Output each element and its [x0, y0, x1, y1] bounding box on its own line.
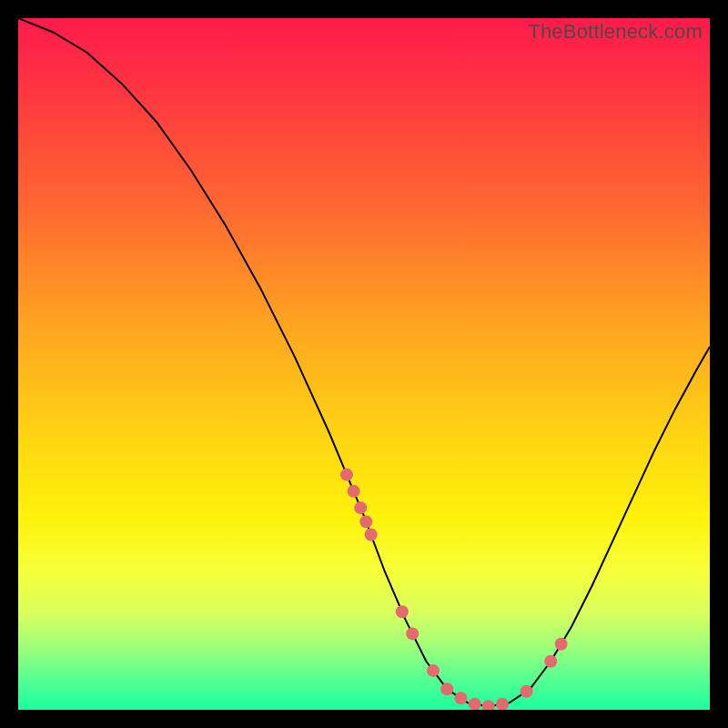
curve-dot	[555, 638, 568, 651]
curve-dot	[440, 682, 453, 695]
curve-dot	[348, 485, 360, 498]
curve-dot	[427, 664, 440, 677]
chart-frame: TheBottleneck.com	[0, 0, 728, 728]
curve-dot	[496, 698, 509, 710]
curve-svg	[18, 18, 710, 710]
curve-dot	[454, 692, 467, 704]
curve-dot	[365, 529, 378, 541]
curve-dot	[354, 501, 367, 514]
curve-dot	[482, 700, 495, 710]
curve-dot	[340, 469, 353, 481]
curve-dot	[469, 698, 481, 710]
curve-dot	[359, 515, 372, 528]
bottleneck-curve	[18, 18, 710, 706]
curve-dot	[521, 685, 533, 698]
curve-dot	[544, 655, 557, 668]
plot-area: TheBottleneck.com	[18, 18, 710, 710]
curve-dot	[406, 627, 419, 640]
curve-dots	[340, 469, 568, 710]
curve-dot	[396, 605, 409, 618]
